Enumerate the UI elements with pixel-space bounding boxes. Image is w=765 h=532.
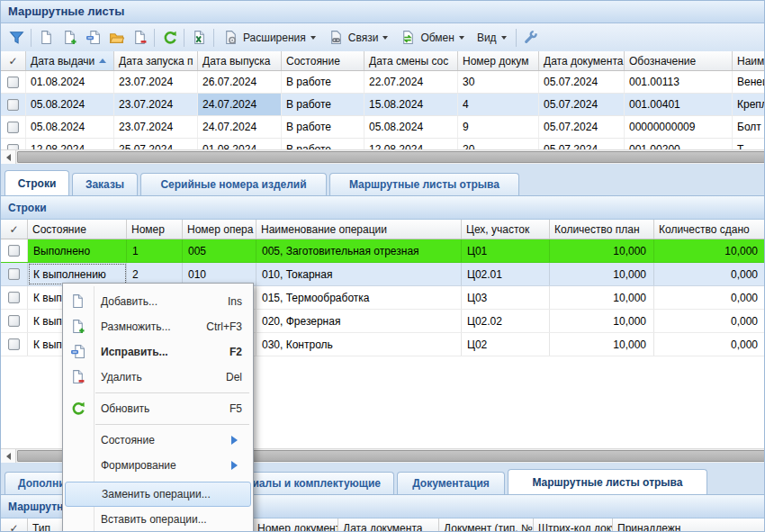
menu-item-refresh[interactable]: Обновить F5 (63, 396, 253, 421)
menu-separator (95, 424, 249, 425)
new-document-icon (70, 293, 86, 309)
menu-item-add[interactable]: Добавить... Ins (63, 289, 253, 314)
column-header[interactable]: Принадлежн (613, 518, 765, 532)
check-icon: ✓ (9, 223, 18, 236)
row-checkbox[interactable] (1, 263, 28, 285)
settings-button[interactable] (519, 27, 543, 49)
column-header[interactable]: Дата документа (338, 518, 439, 532)
tab-documentation[interactable]: Документация (397, 472, 505, 494)
menu-item-delete[interactable]: Удалить Del (63, 365, 253, 390)
cell: Ц02 (462, 333, 550, 356)
column-header[interactable]: Номер докум (458, 51, 539, 70)
scroll-left-button[interactable] (1, 449, 16, 463)
column-header[interactable]: Наимен (733, 51, 765, 70)
column-header[interactable]: Номер документа (253, 518, 338, 532)
column-header[interactable]: Дата документа (539, 51, 625, 70)
chevron-down-icon (501, 36, 507, 42)
column-header[interactable]: Дата запуска п (114, 51, 198, 70)
cell: 030, Контроль (256, 333, 462, 356)
duplicate-document-icon (70, 319, 86, 334)
edit-button[interactable] (81, 27, 104, 49)
open-button[interactable] (104, 27, 128, 49)
table-row[interactable]: 05.08.2024 23.07.2024 24.07.2024 В работ… (1, 116, 765, 139)
row-checkbox[interactable] (1, 333, 28, 356)
row-checkbox[interactable] (1, 286, 28, 309)
add-button[interactable] (34, 27, 58, 49)
column-header[interactable]: Дата выпуска (198, 51, 282, 70)
scrollbar-thumb[interactable] (17, 151, 765, 163)
row-checkbox[interactable] (1, 71, 26, 93)
select-all-header[interactable]: ✓ (1, 220, 28, 239)
duplicate-button[interactable] (58, 27, 81, 49)
row-checkbox[interactable] (1, 310, 28, 332)
select-all-header[interactable]: ✓ (1, 518, 28, 532)
column-header[interactable]: Штрих-код докуме (534, 518, 613, 532)
view-menu-button[interactable]: Вид (471, 27, 513, 49)
toolbar-separator (154, 29, 155, 47)
menu-item-edit[interactable]: Исправить... F2 (63, 339, 253, 365)
cell: Ц02.02 (462, 310, 550, 332)
column-header[interactable]: Наименование операции (256, 220, 462, 239)
column-header[interactable]: Дата смены сос (364, 51, 458, 70)
column-header[interactable]: Состояние (28, 220, 127, 239)
cell: 10,000 (550, 286, 654, 309)
table-row-done[interactable]: Выполнено 1 005 005, Заготовительная отр… (1, 239, 765, 263)
tab-tearoff-route-sheets-bottom[interactable]: Маршрутные листы отрыва (508, 469, 707, 494)
chevron-down-icon (310, 36, 316, 42)
column-header[interactable]: Количество план (550, 220, 654, 239)
select-all-header[interactable]: ✓ (1, 51, 26, 70)
page-title: Маршрутные листы (1, 1, 764, 18)
column-header[interactable]: Состояние (282, 51, 364, 70)
delete-document-icon (132, 30, 148, 45)
cell: 005, Заготовительная отрезная (256, 239, 462, 262)
table-row[interactable]: 12.08.2024 25.07.2024 01.08.2024 В работ… (1, 139, 765, 149)
top-grid-hscrollbar[interactable] (1, 149, 765, 164)
column-header[interactable]: Документ (тип, №, дата) (439, 518, 534, 532)
checkbox-icon (7, 77, 19, 88)
title-bar: Маршрутные листы (1, 1, 764, 23)
menu-item-formation[interactable]: Формирование (63, 453, 253, 478)
scroll-left-button[interactable] (1, 150, 16, 164)
table-row-selected[interactable]: 05.08.2024 23.07.2024 24.07.2024 В работ… (1, 94, 765, 116)
detail-tabs: Строки Заказы Серийные номера изделий Ма… (1, 170, 764, 195)
row-checkbox[interactable] (1, 94, 26, 115)
tab-lines[interactable]: Строки (4, 170, 69, 195)
refresh-icon (70, 401, 86, 416)
cell: 010, Токарная (256, 263, 462, 285)
table-row[interactable]: 01.08.2024 23.07.2024 26.07.2024 В работ… (1, 71, 765, 94)
edit-document-icon (86, 30, 101, 45)
column-header[interactable]: Цех, участок (462, 220, 550, 239)
cell: 22.07.2024 (364, 71, 458, 93)
tab-serial-numbers[interactable]: Серийные номера изделий (140, 173, 327, 195)
tab-tearoff-route-sheets[interactable]: Маршрутные листы отрыва (329, 173, 519, 195)
links-menu-button[interactable]: Связи (322, 27, 395, 49)
tab-orders[interactable]: Заказы (72, 173, 138, 195)
checkbox-icon (8, 245, 20, 257)
cell: 05.08.2024 (26, 116, 114, 138)
column-header[interactable]: Номер (127, 220, 183, 239)
row-checkbox[interactable] (1, 239, 28, 262)
checkbox-icon (7, 99, 19, 111)
row-checkbox[interactable] (1, 139, 26, 149)
cell: 4 (458, 94, 539, 115)
menu-item-state[interactable]: Состояние (63, 428, 253, 453)
cell: 0,000 (654, 310, 765, 332)
filter-button[interactable] (4, 27, 28, 49)
column-header[interactable]: Обозначение (625, 51, 733, 70)
export-excel-button[interactable] (187, 27, 211, 49)
column-header[interactable]: Номер опера (183, 220, 256, 239)
cell: 26.07.2024 (198, 71, 282, 93)
column-header[interactable]: Количество сдано (654, 220, 765, 239)
shortcut-label: Ctrl+F3 (206, 320, 242, 333)
column-header[interactable]: Дата выдачи (26, 51, 114, 70)
exchange-menu-button[interactable]: Обмен (394, 27, 471, 49)
menu-item-replace-operations[interactable]: Заменить операции... (65, 482, 251, 507)
row-checkbox[interactable] (1, 116, 26, 138)
extensions-menu-button[interactable]: Расширения (217, 27, 322, 49)
menu-item-insert-operations[interactable]: Вставить операции... (63, 507, 253, 532)
delete-button[interactable] (128, 27, 151, 49)
extensions-menu-label: Расширения (243, 32, 306, 44)
refresh-button[interactable] (158, 27, 181, 49)
menu-item-duplicate[interactable]: Размножить... Ctrl+F3 (63, 314, 253, 339)
folder-icon (109, 30, 124, 45)
